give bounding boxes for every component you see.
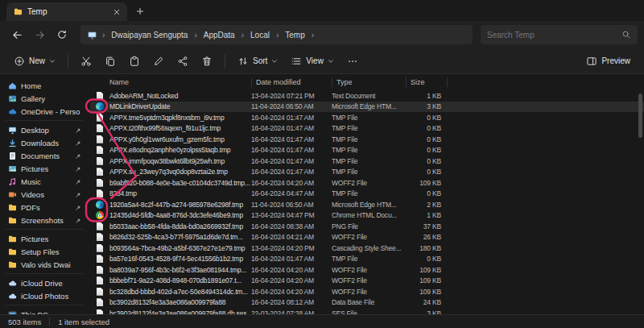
file-name: APPX.tme5vptdm3qpkf8nxsbm_i9v.tmp — [109, 114, 251, 122]
file-row[interactable]: b5033aac-bb58-4fda-8dda-bd0a2669932f.tmp… — [90, 221, 644, 232]
sidebar-item-icloud-photos[interactable]: iCloud Photos — [5, 289, 85, 302]
folder-icon — [8, 260, 17, 269]
column-header-size[interactable]: Size — [406, 77, 448, 87]
sidebar-item-icloud-drive[interactable]: iCloud Drive — [5, 273, 85, 289]
search-input[interactable] — [487, 31, 617, 39]
view-button[interactable]: View — [285, 52, 340, 71]
file-size: 0 KB — [406, 124, 448, 132]
file-row[interactable]: APPX.su_23wey7q3vq0dop8vztai2e.tmp16-04-… — [90, 167, 644, 178]
file-row[interactable]: APPX.tme5vptdm3qpkf8nxsbm_i9v.tmp16-04-2… — [90, 112, 644, 123]
chevron-down-icon — [49, 58, 56, 64]
file-row[interactable]: ba57e16f-0543-4528-9f74-5ec41556b1b2.tmp… — [90, 254, 644, 265]
vertical-scrollbar[interactable] — [638, 92, 642, 309]
doc-file-icon — [97, 179, 103, 187]
preview-toggle-button[interactable]: Preview — [580, 52, 636, 71]
breadcrumb-item-appdata[interactable]: AppData — [202, 30, 237, 40]
file-type: TMP File — [332, 135, 406, 143]
doc-file-icon — [97, 157, 103, 165]
sidebar-item-screenshots[interactable]: Screenshots — [5, 214, 85, 226]
sidebar-item-pictures[interactable]: Pictures — [5, 229, 85, 245]
rename-button[interactable] — [147, 52, 170, 71]
file-row[interactable]: APPX.e8odnq2anphhe0yzolpss5taqb.tmp16-04… — [90, 145, 644, 156]
sidebar-item-home[interactable]: Home — [5, 79, 85, 92]
sidebar-item-gallery[interactable]: Gallery — [5, 92, 85, 105]
file-type: Microsoft Edge HTM... — [332, 102, 406, 110]
file-row[interactable]: ba8039a7-956f-4b3c-b6f2-e3f3ae081944.tmp… — [90, 264, 644, 276]
breadcrumb-item-temp[interactable]: Temp — [283, 30, 306, 40]
column-header-date-modified[interactable]: Date modified — [251, 77, 332, 87]
sidebar-item-documents[interactable]: Documents — [5, 149, 85, 162]
cut-button[interactable] — [75, 52, 97, 71]
doc-file-icon — [97, 124, 103, 132]
file-row[interactable]: AdobeARM_NotLocked13-04-2024 07:21 PMTex… — [90, 90, 644, 102]
sidebar-item-videos[interactable]: Videos — [5, 188, 85, 201]
column-header-name[interactable]: Name — [90, 77, 251, 87]
file-row[interactable]: b9abf520-b088-4e0e-ba3e-c0104dc3749d.tmp… — [90, 177, 644, 189]
refresh-button[interactable] — [52, 24, 72, 45]
new-tab-button[interactable] — [133, 4, 147, 19]
address-bar[interactable]: › Dwaipayan Sengupta › AppData › Local ›… — [80, 25, 473, 44]
file-date-modified: 16-04-2024 01:47 AM — [251, 135, 332, 143]
tab-temp[interactable]: Temp — [6, 2, 127, 21]
view-icon — [291, 56, 302, 67]
pin-icon — [75, 191, 81, 197]
search-icon — [621, 30, 631, 39]
sidebar-item-label: Pictures — [21, 235, 81, 243]
more-options-button[interactable] — [341, 52, 364, 71]
sidebar-item-this-pc[interactable]: This PC — [5, 305, 85, 314]
scrollbar-thumb[interactable] — [638, 93, 642, 138]
file-row[interactable]: MDLinkDriverUpdate11-04-2024 06:50 AMMic… — [90, 102, 644, 113]
new-button[interactable]: New — [8, 52, 61, 71]
share-button[interactable] — [171, 52, 194, 71]
column-header-type[interactable]: Type — [332, 77, 406, 87]
file-type: Data Base File — [332, 298, 406, 306]
new-label: New — [29, 56, 45, 65]
file-row[interactable]: b093564a-7bca-49b2-a5bf-6367e27e1e79.tmp… — [90, 243, 644, 254]
sidebar-item-downloads[interactable]: Downloads — [5, 136, 85, 149]
breadcrumb-chevron: › — [311, 31, 315, 39]
file-date-modified: 16-04-2024 01:47 AM — [251, 124, 332, 132]
sidebar-item-desktop[interactable]: Desktop — [5, 120, 85, 136]
file-type: TMP File — [332, 189, 406, 197]
delete-button[interactable] — [196, 52, 218, 71]
file-row[interactable]: 8284.tmp16-04-2024 04:47 AMTMP File0 KB — [90, 189, 644, 200]
file-type: TMP File — [332, 168, 406, 176]
back-button[interactable] — [6, 24, 27, 45]
sidebar-item-onedrive-perso[interactable]: OneDrive - Perso — [5, 105, 85, 118]
file-row[interactable]: bbbebf71-9a22-408d-8948-070db1891e07.t..… — [90, 276, 644, 287]
search-box[interactable] — [481, 25, 638, 44]
file-row[interactable]: 1920a5a4-8c2f-447b-a274-985978e6298f.tmp… — [90, 199, 644, 210]
file-date-modified: 16-04-2024 01:47 AM — [251, 168, 332, 176]
file-size: 0 KB — [406, 189, 448, 197]
breadcrumb-item-local[interactable]: Local — [249, 30, 271, 40]
file-date-modified: 16-04-2024 04:20 AM — [251, 179, 332, 187]
tab-close-icon[interactable] — [111, 6, 122, 18]
file-row[interactable]: bc3902d8132f4e3a3ae086a009979fa8816-04-2… — [90, 297, 644, 309]
file-row[interactable]: 12435d4d-5fdb-4aa8-876d-3dc3efe46be9.tmp… — [90, 210, 644, 222]
file-type: Cascading Style Shee... — [332, 244, 406, 252]
copy-button[interactable] — [99, 52, 122, 71]
file-name: bc3902d8132f4e3a3ae086a009979fa88.db.ses… — [109, 309, 251, 314]
breadcrumb-chevron: › — [275, 31, 279, 39]
file-row[interactable]: APPX.t20fthx99f56sqexn_f91u1ljc.tmp16-04… — [90, 123, 644, 135]
sidebar-item-setup-files[interactable]: Setup Files — [5, 245, 85, 258]
sidebar-item-pictures[interactable]: Pictures — [5, 162, 85, 175]
forward-button[interactable] — [29, 24, 50, 45]
file-row[interactable]: APPX.jmmfpoqw38bwkt6llbt9j25wh.tmp16-04-… — [90, 156, 644, 167]
sidebar-item-pdfs[interactable]: PDFs — [5, 201, 85, 214]
tab-bar: Temp — [0, 0, 644, 21]
file-rows: AdobeARM_NotLocked13-04-2024 07:21 PMTex… — [90, 90, 644, 314]
file-row[interactable]: bc3902d8132f4e3a3ae086a009979fa88.db.ses… — [90, 308, 644, 314]
file-date-modified: 11-04-2024 06:50 AM — [251, 201, 332, 209]
monitor-icon — [87, 30, 97, 40]
file-row[interactable]: bc328dbd-bbbd-402d-a7ec-50e8494314dc.tm.… — [90, 286, 644, 297]
paste-button[interactable] — [123, 52, 146, 71]
breadcrumb-item-user[interactable]: Dwaipayan Sengupta — [109, 30, 189, 40]
file-row[interactable]: b826d32-525b-4ca3-b77f-5975a1d6de7d.tm..… — [90, 232, 644, 243]
sidebar-item-label: Gallery — [21, 94, 81, 103]
file-date-modified: 16-04-2024 08:12 AM — [251, 298, 332, 306]
sidebar-item-valo-vids-dwai[interactable]: Valo vids Dwai — [5, 258, 85, 271]
file-row[interactable]: APPX.y0h0gl1vwr6uxufm_gzem5fc.tmp16-04-2… — [90, 134, 644, 145]
sort-button[interactable]: Sort — [232, 52, 283, 71]
sidebar-item-music[interactable]: Music — [5, 175, 85, 188]
